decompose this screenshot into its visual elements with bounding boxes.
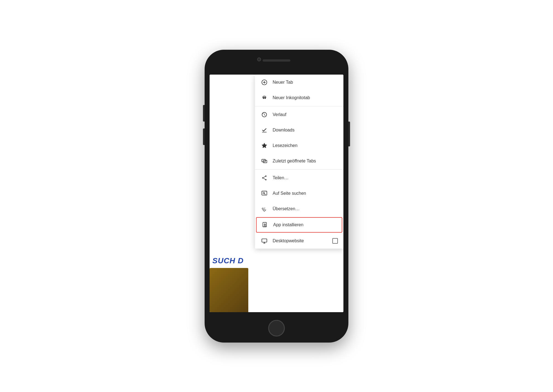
install-app-icon [261, 221, 269, 229]
svg-point-13 [265, 179, 267, 180]
menu-item-desktopwebsite[interactable]: Desktopwebsite [255, 233, 343, 249]
menu-item-downloads[interactable]: Downloads [255, 122, 343, 138]
camera [257, 57, 261, 61]
menu-item-app-installieren[interactable]: App installieren [256, 217, 342, 233]
desktopwebsite-checkbox[interactable] [332, 238, 338, 244]
menu-label-neuer-tab: Neuer Tab [273, 80, 293, 85]
svg-rect-25 [262, 239, 267, 242]
new-tab-icon [260, 78, 268, 86]
svg-marker-8 [262, 143, 267, 148]
menu-label-neuer-inkognitotab: Neuer Inkognitotab [273, 95, 310, 100]
svg-line-18 [265, 194, 265, 194]
svg-rect-16 [262, 191, 267, 195]
svg-line-14 [264, 176, 265, 177]
page-bg-heading: Such D [212, 256, 244, 265]
menu-item-uebersetzen[interactable]: G T Übersetzen… [255, 201, 343, 217]
volume-down-button [203, 128, 205, 145]
svg-line-15 [264, 178, 265, 179]
menu-label-uebersetzen: Übersetzen… [273, 206, 300, 211]
menu-item-verlauf[interactable]: Verlauf [255, 107, 343, 122]
menu-label-downloads: Downloads [273, 128, 294, 133]
menu-label-zuletzt-geoeffnete-tabs: Zuletzt geöffnete Tabs [273, 159, 316, 164]
bookmark-icon [260, 142, 268, 149]
menu-item-zuletzt-geoeffnete-tabs[interactable]: Zuletzt geöffnete Tabs [255, 153, 343, 169]
svg-text:G: G [262, 207, 264, 210]
menu-item-neuer-inkognitotab[interactable]: Neuer Inkognitotab [255, 90, 343, 106]
divider-1 [255, 106, 343, 106]
phone-shell: Noch Abente frei d Such D [205, 50, 348, 343]
svg-point-12 [262, 177, 264, 178]
desktop-icon [260, 237, 268, 245]
find-icon [260, 190, 268, 197]
power-button [348, 122, 350, 146]
menu-label-app-installieren: App installieren [273, 222, 303, 227]
svg-rect-4 [263, 98, 266, 98]
svg-point-6 [265, 98, 266, 99]
svg-point-5 [263, 98, 264, 99]
svg-text:T: T [264, 207, 265, 210]
history-icon [260, 111, 268, 119]
menu-label-lesezeichen: Lesezeichen [273, 143, 298, 148]
menu-label-verlauf: Verlauf [273, 112, 286, 117]
share-icon [260, 174, 268, 182]
svg-point-11 [265, 175, 267, 177]
phone-screen: Noch Abente frei d Such D [210, 75, 343, 312]
downloads-icon [260, 126, 268, 134]
menu-item-lesezeichen[interactable]: Lesezeichen [255, 138, 343, 153]
menu-item-neuer-tab[interactable]: Neuer Tab [255, 75, 343, 90]
menu-item-auf-seite-suchen[interactable]: Auf Seite suchen [255, 186, 343, 201]
incognito-icon [260, 94, 268, 102]
svg-point-17 [263, 192, 265, 194]
context-menu: Neuer Tab Neuer Inkognitotab [255, 75, 343, 249]
menu-label-auf-seite-suchen: Auf Seite suchen [273, 191, 306, 196]
menu-item-teilen[interactable]: Teilen… [255, 170, 343, 186]
volume-up-button [203, 105, 205, 122]
page-bg-image [210, 268, 248, 312]
divider-2 [255, 169, 343, 170]
phone-scene: Noch Abente frei d Such D [205, 50, 348, 343]
menu-label-teilen: Teilen… [273, 175, 289, 180]
home-button[interactable] [268, 320, 285, 336]
speaker [263, 59, 290, 62]
recent-tabs-icon [260, 157, 268, 165]
menu-label-desktopwebsite: Desktopwebsite [273, 238, 304, 243]
translate-icon: G T [260, 205, 268, 213]
